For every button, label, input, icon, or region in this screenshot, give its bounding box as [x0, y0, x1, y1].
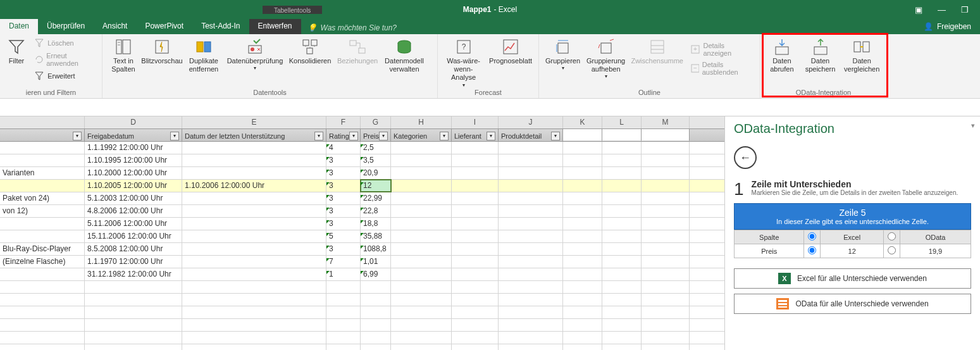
- cell[interactable]: (Einzelne Flasche): [0, 256, 85, 268]
- cell[interactable]: [563, 205, 602, 217]
- excel-header-radio[interactable]: [808, 232, 816, 241]
- cell[interactable]: 5.1.2003 12:00:00 Uhr: [85, 192, 182, 204]
- cell[interactable]: [452, 268, 499, 280]
- cell[interactable]: [452, 256, 499, 268]
- clear-filter-button[interactable]: Löschen: [32, 37, 97, 49]
- th-datum-unterstuetzung[interactable]: Datum der letzten Unterstützung▾: [182, 129, 326, 141]
- cell[interactable]: [391, 256, 452, 268]
- odata-get-button[interactable]: Daten abrufen: [766, 37, 798, 73]
- cell[interactable]: 15.11.2006 12:00:00 Uhr: [85, 230, 182, 242]
- cell[interactable]: [452, 154, 499, 166]
- cell[interactable]: [182, 256, 326, 268]
- col-j[interactable]: J: [499, 116, 563, 128]
- tab-daten[interactable]: Daten: [0, 19, 38, 34]
- cell[interactable]: [182, 167, 326, 179]
- cell[interactable]: [499, 167, 563, 179]
- cell[interactable]: [452, 142, 499, 154]
- cell[interactable]: [602, 243, 642, 255]
- cell[interactable]: [182, 218, 326, 230]
- table-row[interactable]: 1.10.1995 12:00:00 Uhr33,5: [0, 154, 724, 167]
- remove-duplicates-button[interactable]: Duplikate entfernen: [185, 37, 223, 73]
- cell[interactable]: [391, 205, 452, 217]
- cell[interactable]: 1.10.2005 12:00:00 Uhr: [85, 180, 182, 192]
- cell[interactable]: von 12): [0, 205, 85, 217]
- table-row[interactable]: 1.1.1992 12:00:00 Uhr42,5: [0, 142, 724, 154]
- cell[interactable]: [391, 180, 452, 192]
- odata-save-button[interactable]: Daten speichern: [802, 37, 839, 73]
- cell[interactable]: 35,88: [361, 230, 391, 242]
- cell[interactable]: [0, 154, 85, 166]
- tab-testaddin[interactable]: Test-Add-In: [192, 19, 249, 34]
- cell[interactable]: [452, 205, 499, 217]
- tab-ansicht[interactable]: Ansicht: [94, 19, 136, 34]
- cell[interactable]: [452, 230, 499, 242]
- reapply-filter-button[interactable]: Erneut anwenden: [32, 51, 97, 68]
- cell[interactable]: [642, 230, 690, 242]
- cell[interactable]: [499, 205, 563, 217]
- flash-fill-button[interactable]: Blitzvorschau: [143, 37, 181, 65]
- cell[interactable]: 1088,8: [361, 243, 391, 255]
- cell[interactable]: 3: [326, 192, 361, 204]
- cell[interactable]: [499, 154, 563, 166]
- cell[interactable]: 5: [326, 230, 361, 242]
- th-rating[interactable]: Rating▾: [326, 129, 361, 141]
- cell[interactable]: Varianten: [0, 167, 85, 179]
- table-row[interactable]: (Einzelne Flasche)1.1.1970 12:00:00 Uhr7…: [0, 256, 724, 268]
- cell[interactable]: [602, 192, 642, 204]
- cell[interactable]: 6,99: [361, 268, 391, 280]
- cell[interactable]: [563, 154, 602, 166]
- col-e[interactable]: E: [182, 116, 326, 128]
- cell[interactable]: [642, 218, 690, 230]
- cell[interactable]: [602, 256, 642, 268]
- cell[interactable]: 1: [326, 268, 361, 280]
- table-row[interactable]: [0, 319, 724, 332]
- cell[interactable]: 3,5: [361, 154, 391, 166]
- table-row[interactable]: [0, 281, 724, 294]
- spreadsheet[interactable]: D E F G H I J K L M ▾ Freigabedatum▾ Dat…: [0, 116, 724, 350]
- cell[interactable]: [452, 218, 499, 230]
- col-h[interactable]: H: [391, 116, 452, 128]
- table-row[interactable]: [0, 306, 724, 319]
- cell[interactable]: [391, 192, 452, 204]
- cell[interactable]: [642, 167, 690, 179]
- cell[interactable]: [563, 218, 602, 230]
- cell[interactable]: [499, 230, 563, 242]
- cell[interactable]: [602, 230, 642, 242]
- text-to-columns-button[interactable]: Text in Spalten: [108, 37, 139, 73]
- cell[interactable]: [642, 192, 690, 204]
- cell[interactable]: 8.5.2008 12:00:00 Uhr: [85, 243, 182, 255]
- cell[interactable]: [499, 218, 563, 230]
- cell[interactable]: 1.1.1970 12:00:00 Uhr: [85, 256, 182, 268]
- cell[interactable]: [182, 142, 326, 154]
- col-g[interactable]: G: [361, 116, 391, 128]
- advanced-filter-button[interactable]: Erweitert: [32, 70, 97, 82]
- excel-value-radio[interactable]: [808, 246, 816, 254]
- cell[interactable]: [563, 268, 602, 280]
- cell[interactable]: [499, 180, 563, 192]
- col-d[interactable]: D: [85, 116, 182, 128]
- cell[interactable]: [452, 167, 499, 179]
- cell[interactable]: 3: [326, 205, 361, 217]
- cell[interactable]: 5.11.2006 12:00:00 Uhr: [85, 218, 182, 230]
- cell[interactable]: 3: [326, 154, 361, 166]
- table-row[interactable]: [0, 294, 724, 306]
- cell[interactable]: [391, 142, 452, 154]
- col-l[interactable]: L: [602, 116, 642, 128]
- cell[interactable]: [602, 180, 642, 192]
- cell[interactable]: [642, 180, 690, 192]
- back-button[interactable]: ←: [734, 146, 757, 169]
- cell[interactable]: [602, 205, 642, 217]
- th-blank[interactable]: ▾: [0, 129, 85, 141]
- odata-value-radio[interactable]: [888, 246, 896, 254]
- cell[interactable]: [0, 230, 85, 242]
- maximize-icon[interactable]: ❐: [961, 5, 969, 15]
- table-row[interactable]: 31.12.1982 12:00:00 Uhr16,99: [0, 268, 724, 281]
- th-lieferant[interactable]: Lieferant▾: [452, 129, 499, 141]
- use-excel-all-button[interactable]: X Excel für alle Unterschiede verwenden: [734, 268, 971, 289]
- cell[interactable]: 20,9: [361, 167, 391, 179]
- cell[interactable]: [499, 142, 563, 154]
- cell[interactable]: [642, 142, 690, 154]
- col-i[interactable]: I: [452, 116, 499, 128]
- cell[interactable]: [642, 256, 690, 268]
- cell[interactable]: [602, 142, 642, 154]
